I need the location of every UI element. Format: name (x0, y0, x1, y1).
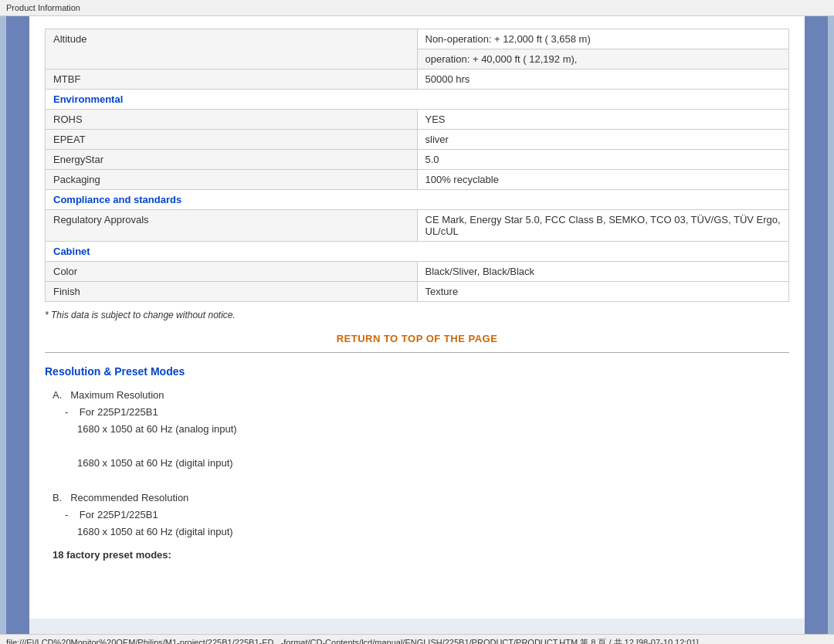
cell-label: EPEAT (46, 130, 418, 150)
cell-value: 100% recyclable (417, 170, 789, 190)
table-row: Altitude Non-operation: + 12,000 ft ( 3,… (46, 29, 789, 49)
for-225p1-b: For 225P1/225B1 (80, 509, 158, 520)
cell-value: operation: + 40,000 ft ( 12,192 m), (417, 49, 789, 69)
cell-label: Regulatory Approvals (46, 210, 418, 242)
status-bar: file:///E|/LCD%20Monitor%20OEM/Philips/M… (0, 634, 834, 644)
table-row: EnergyStar 5.0 (46, 150, 789, 170)
resolution-item-b-dash: - For 225P1/225B1 (53, 507, 789, 524)
status-bar-text: file:///E|/LCD%20Monitor%20OEM/Philips/M… (6, 638, 699, 644)
cell-label: MTBF (46, 69, 418, 90)
cell-label: Altitude (46, 29, 418, 69)
sidebar-left (0, 16, 29, 634)
resolution-section: Resolution & Preset Modes A. Maximum Res… (45, 365, 789, 564)
section-title-compliance: Compliance and standards (46, 190, 789, 210)
resolution-line-1: 1680 x 1050 at 60 Hz (analog input) (53, 421, 789, 438)
cell-label: EnergyStar (46, 150, 418, 170)
resolution-item-a-dash: - For 225P1/225B1 (53, 404, 789, 421)
max-resolution-label: Maximum Resolution (70, 389, 164, 401)
dash-a: - (65, 406, 76, 418)
dash-b: - (65, 509, 76, 520)
sidebar-right (805, 16, 834, 634)
table-row: Finish Texture (46, 282, 789, 302)
cell-value: 50000 hrs (417, 69, 789, 90)
resolution-item-b-header: B. Recommended Resolution (53, 490, 789, 507)
letter-a: A. (53, 389, 68, 401)
preset-modes-label: 18 factory preset modes: (53, 547, 789, 564)
cell-value: Black/Sliver, Black/Black (417, 262, 789, 282)
section-header-cabinet: Cabinet (46, 242, 789, 262)
section-header-compliance: Compliance and standards (46, 190, 789, 210)
table-row: Color Black/Sliver, Black/Black (46, 262, 789, 282)
top-bar-label: Product Information (6, 3, 80, 12)
cell-value: Texture (417, 282, 789, 302)
cell-value: 5.0 (417, 150, 789, 170)
cell-label: Color (46, 262, 418, 282)
section-title-cabinet: Cabinet (46, 242, 789, 262)
section-divider (45, 352, 789, 353)
cell-label: Finish (46, 282, 418, 302)
table-row: Packaging 100% recyclable (46, 170, 789, 190)
cell-label: ROHS (46, 110, 418, 130)
resolution-line-2: 1680 x 1050 at 60 Hz (digital input) (53, 455, 789, 472)
letter-b: B. (53, 492, 68, 503)
cell-value: Non-operation: + 12,000 ft ( 3,658 m) (417, 29, 789, 49)
section-header-environmental: Environmental (46, 90, 789, 110)
cell-value: YES (417, 110, 789, 130)
resolution-line-spacer (53, 438, 789, 455)
main-content: Altitude Non-operation: + 12,000 ft ( 3,… (29, 16, 805, 634)
cell-value: sliver (417, 130, 789, 150)
recommended-resolution-label: Recommended Resolution (70, 492, 188, 503)
return-to-top-link[interactable]: RETURN TO TOP OF THE PAGE (45, 333, 789, 344)
table-row: Regulatory Approvals CE Mark, Energy Sta… (46, 210, 789, 242)
preset-modes-bold: 18 factory preset modes: (53, 549, 171, 561)
spec-table: Altitude Non-operation: + 12,000 ft ( 3,… (45, 29, 789, 302)
section-title-environmental: Environmental (46, 90, 789, 110)
resolution-block: A. Maximum Resolution - For 225P1/225B1 … (45, 387, 789, 564)
data-note: * This data is subject to change without… (45, 310, 789, 320)
table-row: EPEAT sliver (46, 130, 789, 150)
top-bar: Product Information (0, 0, 834, 16)
cell-label: Packaging (46, 170, 418, 190)
resolution-line-3: 1680 x 1050 at 60 Hz (digital input) (53, 524, 789, 541)
resolution-spacer-1 (53, 472, 789, 489)
for-225p1-a: For 225P1/225B1 (80, 406, 158, 418)
cell-value: CE Mark, Energy Star 5.0, FCC Class B, S… (417, 210, 789, 242)
table-row: MTBF 50000 hrs (46, 69, 789, 90)
resolution-section-title: Resolution & Preset Modes (45, 365, 789, 378)
table-row: ROHS YES (46, 110, 789, 130)
resolution-item-a-header: A. Maximum Resolution (53, 387, 789, 404)
